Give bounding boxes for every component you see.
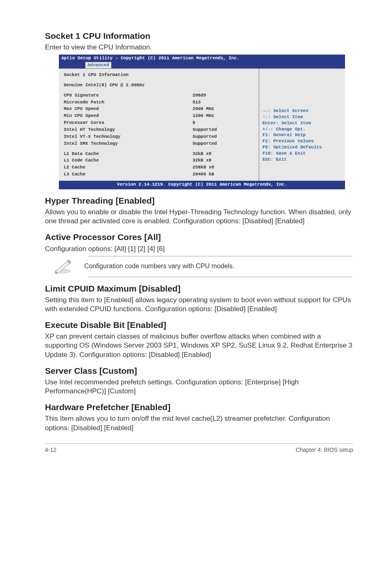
bios-legend-line: ↑↓: Select Item: [262, 114, 342, 120]
bios-row-key: Intel SMX Technology: [64, 141, 182, 147]
text-hardware-prefetcher: This Item allows you to turn on/off the …: [45, 414, 353, 432]
pencil-icon: [53, 259, 73, 274]
bios-right-pane: →←: Select Screen ↑↓: Select Item Enter:…: [259, 68, 345, 181]
text-limit-cpuid: Setting this item to [Enabled] allows le…: [45, 296, 353, 314]
bios-left-pane: Socket 1 CPU Information Genuine Intel(R…: [59, 68, 259, 181]
bios-section-title: Socket 1 CPU Information: [64, 72, 254, 78]
bios-row-key: Microcode Patch: [64, 99, 182, 105]
heading-hardware-prefetcher: Hardware Prefetcher [Enabled]: [45, 402, 353, 413]
bios-legend-line: →←: Select Screen: [262, 108, 342, 114]
heading-socket1: Socket 1 CPU Information: [45, 30, 353, 41]
bios-row-val: 513: [183, 99, 254, 105]
bios-row-val: 256kB x8: [183, 164, 254, 171]
heading-active-cores: Active Processor Cores [All]: [45, 231, 353, 242]
bios-row-key: CPU Signature: [64, 92, 182, 99]
bios-legend-line: +/-: Change Opt.: [262, 126, 342, 132]
bios-row-val: 1200 MHz: [183, 113, 254, 119]
text-active-cores: Configuration options: [All] [1] [2] [4]…: [45, 245, 353, 254]
bios-row-val: 32kB x8: [183, 151, 254, 157]
bios-row-key: L2 Cache: [64, 164, 182, 171]
bios-title: Aptio Setup Utility - Copyright (C) 2011…: [61, 56, 240, 61]
bios-legend-line: F5: Optimized Defaults: [262, 144, 342, 150]
divider: [88, 277, 352, 277]
note-text: Configuration code numbers vary with CPU…: [84, 262, 234, 271]
heading-hyper-threading: Hyper Threading [Enabled]: [45, 195, 353, 206]
bios-row-key: Intel HT Technology: [64, 127, 182, 133]
bios-tab-advanced: Advanced: [85, 62, 112, 68]
bios-row-val: Supported: [183, 127, 254, 133]
chapter-label: Chapter 4: BIOS setup: [296, 446, 353, 453]
bios-footer: Version 2.14.1219. Copyright (C) 2011 Am…: [59, 181, 345, 189]
bios-legend-line: F1: General Help: [262, 132, 342, 138]
bios-row-key: Intel VT-X Technology: [64, 134, 182, 140]
bios-header: Aptio Setup Utility - Copyright (C) 2011…: [59, 55, 345, 68]
bios-row-val: 20480 kB: [183, 171, 254, 177]
text-hyper-threading: Allows you to enable or disable the Inte…: [45, 208, 353, 226]
bios-cpu-name: Genuine Intel(R) CPU @ 2.60GHz: [64, 82, 254, 88]
page-number: 4-12: [45, 446, 56, 453]
bios-row-key: Processor Cores: [64, 120, 182, 126]
bios-row-val: Supported: [183, 134, 254, 140]
bios-legend-line: Enter: Select Item: [262, 120, 342, 126]
bios-legend-line: ESC: Exit: [262, 157, 342, 163]
text-socket1-sub: Enter to view the CPU Information.: [45, 43, 353, 52]
bios-screenshot: Aptio Setup Utility - Copyright (C) 2011…: [59, 54, 345, 189]
bios-row-val: Supported: [183, 141, 254, 147]
bios-row-val: 8: [183, 120, 254, 126]
bios-row-key: L1 Data Cache: [64, 151, 182, 157]
bios-row-key: Max CPU Speed: [64, 106, 182, 112]
bios-row-val: 206d5: [183, 92, 254, 99]
page-footer: 4-12 Chapter 4: BIOS setup: [45, 443, 353, 453]
bios-row-key: Min CPU Speed: [64, 113, 182, 119]
text-server-class: Use Intel recommended prefetch settings.…: [45, 378, 353, 396]
bios-row-val: 32kB x8: [183, 157, 254, 164]
heading-execute-disable: Execute Disable Bit [Enabled]: [45, 319, 353, 330]
heading-limit-cpuid: Limit CPUID Maximum [Disabled]: [45, 283, 353, 294]
note-callout: Configuration code numbers vary with CPU…: [45, 256, 353, 277]
bios-row-val: 2600 MHz: [183, 106, 254, 112]
bios-row-key: L3 Cache: [64, 171, 182, 177]
heading-server-class: Server Class [Custom]: [45, 365, 353, 376]
bios-legend-line: F2: Previous Values: [262, 138, 342, 144]
bios-legend-line: F10: Save & Exit: [262, 150, 342, 157]
bios-row-key: L1 Code Cache: [64, 157, 182, 164]
text-execute-disable: XP can prevent certain classes of malici…: [45, 332, 353, 359]
